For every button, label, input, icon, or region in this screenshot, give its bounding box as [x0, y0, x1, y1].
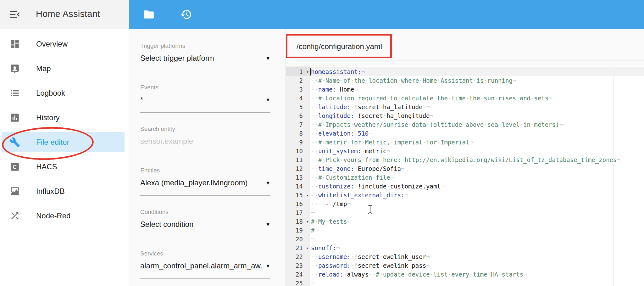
code-line[interactable]: ··#·Impacts·weather/sunrise·data·(altitu… [310, 120, 644, 129]
eol-marker: ¬ [617, 156, 620, 163]
code-line[interactable]: ··#·Customization·file¬ [310, 173, 644, 182]
code-editor[interactable]: 1▾23456789101112131415▾161718▾192021▾222… [286, 66, 644, 286]
sidebar-item-overview[interactable]: Overview [0, 32, 129, 56]
gutter-line-number: 19 [286, 226, 310, 235]
gutter-line-number: 16 [286, 199, 310, 208]
sidebar-item-map[interactable]: Map [0, 56, 129, 81]
entities-select[interactable]: Alexa (media_player.livingroom) [140, 178, 262, 187]
gutter-line-number: 20 [286, 235, 310, 244]
eol-marker: ¬ [426, 253, 430, 260]
eol-marker: ¬ [354, 86, 358, 93]
code-line[interactable]: ¬ [310, 235, 644, 244]
code-line[interactable]: ··elevation:·510¬ [310, 129, 644, 138]
dropdown-arrow-icon[interactable]: ▼ [265, 97, 270, 103]
account-box-map-icon [9, 63, 20, 74]
eol-marker: ¬ [426, 262, 430, 269]
gutter-line-number: 18▾ [286, 217, 310, 226]
fold-toggle-icon[interactable]: ▾ [306, 217, 309, 226]
gutter-line-number: 3 [286, 85, 310, 94]
code-line[interactable]: ··#·Pick·yours·from·here:·http://en.wiki… [310, 155, 644, 164]
code-line[interactable]: ····-·/tmp¬ [310, 199, 644, 208]
code-line[interactable]: homeassistant:¬ [310, 67, 644, 76]
code-line[interactable]: ··time_zone:·Europe/Sofia¬ [310, 164, 644, 173]
hacs-box-icon: C [9, 161, 20, 172]
gutter-line-number: 7 [286, 120, 310, 129]
code-line[interactable]: ··unit_system:·metric¬ [310, 147, 644, 155]
code-line[interactable]: sonoff:¬ [310, 244, 644, 252]
code-line[interactable]: #¬ [310, 226, 644, 235]
fold-toggle-icon[interactable]: ▾ [306, 244, 309, 253]
dropdown-arrow-icon[interactable]: ▼ [265, 180, 270, 186]
services-select[interactable]: alarm_control_panel.alarm_arm_aw... [140, 261, 262, 270]
home-assistant-window: Home Assistant OverviewMapLogbookHistory… [0, 0, 644, 286]
eol-marker: ¬ [369, 130, 372, 137]
sidebar-item-node-red[interactable]: Node-Red [0, 204, 129, 228]
eol-marker: ¬ [311, 209, 314, 216]
code-line[interactable]: ¬ [310, 208, 644, 217]
sidebar-item-hacs[interactable]: CHACS [0, 154, 129, 179]
filename-input[interactable]: /config/configuration.yaml [297, 42, 382, 51]
sidebar-item-label: History [36, 113, 60, 122]
field-conditions: ConditionsSelect condition▼ [140, 209, 270, 237]
gutter-line-number: 5 [286, 103, 310, 111]
eol-marker: ¬ [336, 244, 340, 251]
field-services: Servicesalarm_control_panel.alarm_arm_aw… [140, 250, 270, 279]
field-label: Search entity [140, 126, 175, 132]
gutter-line-number: 12 [286, 164, 310, 173]
sidebar-item-history[interactable]: History [0, 105, 129, 130]
poll-box-icon [9, 112, 20, 123]
dropdown-arrow-icon[interactable]: ▼ [265, 263, 270, 269]
code-line[interactable]: ··whitelist_external_dirs:¬ [310, 191, 644, 199]
field-search-entity: Search entitysensor.example [140, 126, 270, 154]
trigger-platforms-select[interactable]: Select trigger platform [140, 54, 262, 63]
events-select[interactable]: * [140, 95, 262, 104]
filename-divider [295, 60, 644, 60]
code-line[interactable]: #·My·tests¬ [310, 217, 644, 226]
editor-pane: /config/configuration.yaml 1▾23456789101… [286, 29, 644, 286]
dropdown-arrow-icon[interactable]: ▼ [265, 56, 270, 61]
field-events: Events*▼ [140, 84, 270, 113]
gutter-line-number: 24 [286, 270, 310, 279]
conditions-select[interactable]: Select condition [140, 220, 262, 229]
code-line[interactable]: ··#·Location·required·to·calculate·the·t… [310, 94, 644, 103]
sidebar-header: Home Assistant [0, 0, 129, 29]
fold-toggle-icon[interactable]: ▾ [306, 68, 309, 76]
eol-marker: ¬ [390, 174, 394, 181]
history-icon[interactable] [180, 8, 192, 20]
sidebar-item-label: InfluxDB [36, 187, 65, 196]
shuffle-icon [9, 210, 20, 221]
eol-marker: ¬ [548, 95, 552, 102]
code-line[interactable]: ··longitude:·!secret·ha_longitude¬ [310, 111, 644, 120]
sidebar-item-logbook[interactable]: Logbook [0, 81, 129, 105]
code-line[interactable]: ··latitude:·!secret·ha_latitude·¬ [310, 103, 644, 111]
chart-line-box-icon [9, 186, 20, 197]
code-line[interactable]: ··username:·!secret·ewelink_user¬ [310, 252, 644, 261]
text-caret [310, 68, 311, 76]
code-line[interactable]: ··reload:·always··#·update·device·list·e… [310, 270, 644, 279]
sidebar-nav: OverviewMapLogbookHistoryFile editorCHAC… [0, 32, 129, 228]
folder-icon[interactable] [143, 8, 155, 20]
code-line[interactable]: ··password:·!secret·ewelink_pass¬ [310, 261, 644, 270]
code-line[interactable]: ¬ [310, 279, 644, 286]
gutter-line-number: 17 [286, 208, 310, 217]
code-line[interactable]: ··name:·Home¬ [310, 85, 644, 94]
sidebar-item-file-editor[interactable]: File editor [0, 130, 129, 154]
eol-marker: ¬ [311, 280, 314, 286]
eol-marker: ¬ [404, 192, 408, 199]
app-title: Home Assistant [36, 9, 100, 19]
sidebar-collapse-icon[interactable] [9, 8, 21, 20]
search-entity-input[interactable]: sensor.example [140, 137, 262, 146]
eol-marker: ¬ [513, 77, 516, 84]
gutter-line-number: 10 [286, 147, 310, 155]
code-line[interactable]: ··customize:·!include·customize.yaml¬ [310, 182, 644, 191]
eol-marker: ¬ [469, 139, 473, 146]
code-line[interactable]: ··#·Name·of·the·location·where·Home·Assi… [310, 76, 644, 85]
code-line[interactable]: ··#·metric·for·Metric,·imperial·for·Impe… [310, 138, 644, 147]
sidebar-item-label: Overview [36, 39, 68, 49]
gutter-line-number: 25 [286, 279, 310, 286]
code-area[interactable]: homeassistant:¬··#·Name·of·the·location·… [310, 67, 644, 286]
sidebar-item-influxdb[interactable]: InfluxDB [0, 179, 129, 204]
sidebar-item-label: Logbook [36, 88, 65, 98]
fold-toggle-icon[interactable]: ▾ [306, 191, 309, 200]
dropdown-arrow-icon[interactable]: ▼ [265, 222, 270, 227]
